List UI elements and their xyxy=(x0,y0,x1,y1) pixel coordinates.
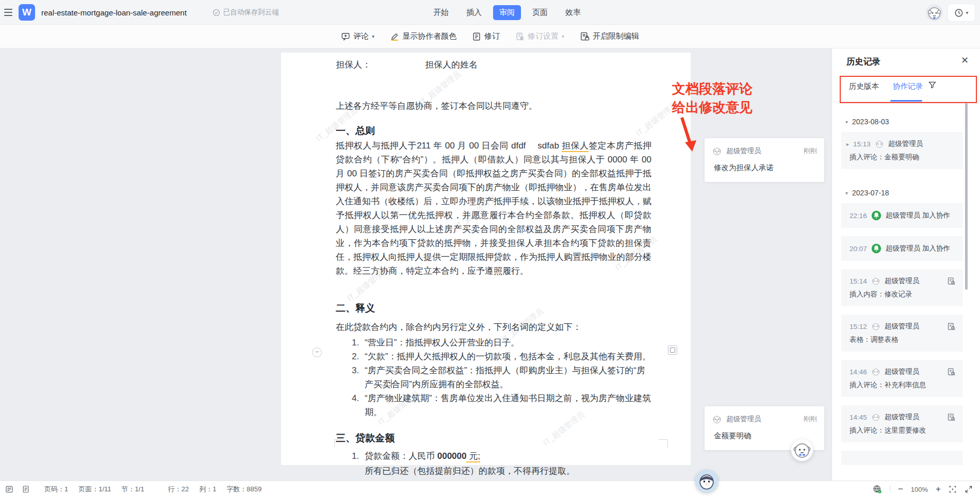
history-entry[interactable]: 22:16 超级管理员 加入协作 xyxy=(841,203,963,228)
page-margin-mark xyxy=(334,439,344,448)
user-avatar-icon xyxy=(712,414,722,424)
preview-version-icon[interactable] xyxy=(947,322,956,331)
history-panel-title: 历史记录 xyxy=(846,56,880,68)
history-avatar xyxy=(871,367,880,376)
history-time: 14:46 xyxy=(850,368,867,376)
history-button[interactable]: ▾ xyxy=(948,4,975,21)
tab-insert[interactable]: 插入 xyxy=(460,5,488,20)
history-author: 超级管理员 xyxy=(885,276,943,286)
chevron-right-icon[interactable]: ▸ xyxy=(846,141,849,147)
annotation-line: 文档段落评论 xyxy=(672,79,753,98)
loan-note: 所有已归还（包括提前归还）的款项，不得再行提取。 xyxy=(336,464,651,478)
history-author: 超级管理员 xyxy=(885,367,943,376)
status-page-number[interactable]: 页码：1 xyxy=(44,485,68,494)
status-section[interactable]: 节：1/1 xyxy=(122,485,144,494)
cloud-check-icon xyxy=(213,9,220,16)
tab-efficiency[interactable]: 效率 xyxy=(559,5,587,20)
preview-version-icon[interactable] xyxy=(947,277,956,286)
filter-icon[interactable] xyxy=(928,80,937,91)
fullscreen-icon[interactable] xyxy=(965,485,973,493)
definition-item: 2. “欠款”：抵押人欠抵押权人的一切款项，包括本金，利息及其他有关费用。 xyxy=(336,350,651,363)
zoom-in-button[interactable]: + xyxy=(936,484,941,494)
status-pages[interactable]: 页面：1/11 xyxy=(78,485,111,494)
divider xyxy=(890,486,890,493)
comment-card[interactable]: 超级管理员 刚刚 修改为担保人承诺 xyxy=(705,138,824,182)
tab-review[interactable]: 审阅 xyxy=(493,5,521,20)
page-view-icon[interactable] xyxy=(22,485,30,493)
chevron-down-icon: ▾ xyxy=(966,10,968,15)
revision-settings-icon xyxy=(515,32,525,41)
history-entry[interactable]: 20:07 超级管理员 加入协作 xyxy=(841,236,963,261)
comment-text: 修改为担保人承诺 xyxy=(714,163,817,173)
history-entry[interactable]: 15:12 超级管理员 表格：调整表格 xyxy=(841,314,963,352)
highlight-pen-icon xyxy=(390,32,399,41)
show-collaborator-colors-label: 显示协作者颜色 xyxy=(402,31,456,41)
user-avatar-icon xyxy=(875,139,884,148)
close-icon[interactable]: ✕ xyxy=(961,55,969,66)
history-entry-partial[interactable] xyxy=(841,451,963,465)
list-collapse-icon[interactable]: − xyxy=(312,347,322,357)
history-detail: 插入评论：这里需要修改 xyxy=(850,426,956,435)
history-date-group[interactable]: ▾ 2023-08-03 xyxy=(845,118,963,126)
user-avatar-icon xyxy=(871,367,880,376)
history-date-group[interactable]: ▾ 2023-07-18 xyxy=(845,189,963,197)
active-tab-underline xyxy=(890,100,922,102)
comment-anchor-amount[interactable]: 元; xyxy=(466,451,480,462)
section1-body: 抵押权人与抵押人于211 年 00 月 00 日会同 dfdf sdfab 担保… xyxy=(336,139,651,278)
tab-page[interactable]: 页面 xyxy=(526,5,554,20)
definition-text: “欠款”：抵押人欠抵押权人的一切款项，包括本金，利息及其他有关费用。 xyxy=(365,350,651,363)
definition-item: 1. “营业日”：指抵押权人公开营业的日子。 xyxy=(336,336,651,350)
chevron-down-icon: ▾ xyxy=(562,34,564,39)
preview-version-icon[interactable] xyxy=(947,413,956,422)
outline-view-icon[interactable] xyxy=(5,485,13,493)
guarantor-value: 担保人的姓名 xyxy=(425,58,478,72)
list-number: 1. xyxy=(336,336,365,350)
tab-collaboration-records[interactable]: 协作记录 xyxy=(893,81,923,91)
history-entry[interactable]: 15:14 超级管理员 插入内容：修改记录 xyxy=(841,269,963,306)
zoom-level[interactable]: 100% xyxy=(911,486,928,493)
history-detail: 插入评论：补充利率信息 xyxy=(850,380,956,390)
translate-globe-icon[interactable] xyxy=(873,485,882,494)
preview-version-icon[interactable] xyxy=(947,368,956,376)
history-time: 15:12 xyxy=(850,323,867,330)
history-date: 2023-08-03 xyxy=(852,118,889,126)
history-entry[interactable]: ▸ 15:13 超级管理员 插入评论：金额要明确 xyxy=(841,132,963,169)
hamburger-menu-icon[interactable] xyxy=(4,9,12,16)
restrict-editing-button[interactable]: 开启限制编辑 xyxy=(580,31,639,41)
comment-button[interactable]: 评论 ▾ xyxy=(341,31,374,41)
chevron-down-icon: ▾ xyxy=(372,34,374,39)
history-entry[interactable]: 14:45 超级管理员 插入评论：这里需要修改 xyxy=(841,405,963,442)
comment-anchor-guarantor[interactable]: 担保人 xyxy=(562,141,589,152)
list-number: 3. xyxy=(336,363,365,391)
history-author: 超级管理员 xyxy=(885,322,943,331)
panel-scrollbar[interactable] xyxy=(965,103,968,290)
show-collaborator-colors-button[interactable]: 显示协作者颜色 xyxy=(390,31,456,41)
chevron-down-icon: ▾ xyxy=(845,119,848,125)
comment-label: 评论 xyxy=(353,31,369,41)
tab-history-versions[interactable]: 历史版本 xyxy=(849,81,879,91)
fit-page-icon[interactable] xyxy=(949,485,957,493)
guarantor-label: 担保人： xyxy=(336,58,371,72)
status-word-count[interactable]: 字数：8859 xyxy=(226,485,262,494)
list-number: 1. xyxy=(336,449,365,463)
app-window: W real-estate-mortgage-loan-sale-agreeme… xyxy=(0,0,980,497)
margin-marker-icon[interactable] xyxy=(668,345,677,355)
revise-button[interactable]: 修订 xyxy=(472,31,500,41)
zoom-out-button[interactable]: − xyxy=(898,484,903,494)
history-detail: 插入内容：修改记录 xyxy=(850,290,956,299)
user-avatar[interactable] xyxy=(926,4,943,21)
section1-heading: 一、总则 xyxy=(336,124,651,138)
assistant-avatar[interactable] xyxy=(695,470,718,492)
history-entry[interactable]: 14:46 超级管理员 插入评论：补充利率信息 xyxy=(841,360,963,397)
document-body[interactable]: 担保人： 担保人的姓名 上述各方经平等自愿协商，签订本合同以共同遵守。 一、总则… xyxy=(281,53,691,478)
app-logo[interactable]: W xyxy=(19,4,35,21)
list-number: 2. xyxy=(336,350,365,363)
history-tabs: 历史版本 协作记录 xyxy=(832,72,980,102)
section1-text: 抵押权人与抵押人于211 年 00 月 00 日会同 dfdf sdfab xyxy=(336,141,562,151)
collaborator-avatar[interactable] xyxy=(791,439,813,461)
comment-time: 刚刚 xyxy=(804,415,817,424)
document-page[interactable]: IT_超级管理员 IT_超级管理员 IT_超级管理员 IT_超级管理员 IT_超… xyxy=(281,53,691,465)
loan-amount-value: 000000 xyxy=(437,451,467,461)
history-avatar xyxy=(875,139,884,148)
tab-start[interactable]: 开始 xyxy=(427,5,455,20)
